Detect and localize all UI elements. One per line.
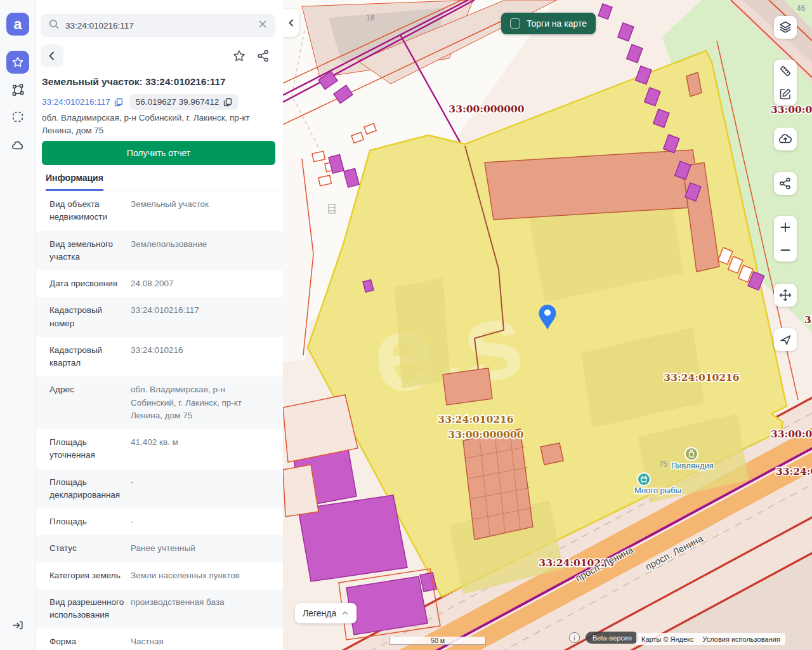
page-title: Земельный участок: 33:24:010216:117 [42,76,278,88]
poi-fish-label: Много рыбы [634,486,681,495]
search-icon [48,18,60,32]
cadastral-number-link[interactable]: 33:24:010216:117 [42,97,123,107]
poi-fish-icon[interactable] [638,473,650,486]
measure-draw-group [774,60,797,105]
zoom-out-button[interactable] [774,239,797,262]
house-number: 46 [797,4,806,13]
exit-icon [11,619,24,632]
table-row: Кадастровый квартал33:24:010216 [36,337,283,377]
cloud-upload-icon [778,131,793,147]
share-map-button[interactable] [774,172,797,195]
favorites-button[interactable] [6,51,29,74]
get-report-button[interactable]: Получить отчет [42,141,275,165]
zoom-group [774,216,797,262]
cadastral-quarter-label: 33:24:010216 [664,371,739,383]
scale-label: 50 м [431,637,445,644]
cadastral-number-text: 33:24:010216:117 [42,97,110,107]
table-row: Вид объекта недвижимостиЗемельный участо… [36,191,283,231]
share-icon [778,176,792,190]
ruler-icon [778,64,792,78]
exit-button[interactable] [6,614,29,637]
identifier-chips: 33:24:010216:117 56.019627 39.967412 [42,94,239,110]
table-row: Адресобл. Владимирская, р-н Собинский, г… [36,376,283,429]
dashed-frame-icon [11,110,24,123]
legend-label: Легенда [303,608,336,618]
tabs-bar: Информация [36,173,283,190]
navigate-icon [778,333,792,347]
trades-on-map-toggle[interactable]: Торги на карте [501,13,596,34]
icon-rail: a [0,0,36,650]
table-row: Площадь уточненная41,402 кв. м [36,429,283,469]
table-row: Вид земельного участкаЗемлепользование [36,231,283,271]
tab-information[interactable]: Информация [46,173,103,191]
clear-search-icon[interactable] [258,19,268,32]
back-button[interactable] [41,44,63,67]
legend-button[interactable]: Легенда [295,603,357,623]
scale-bar: 50 м [390,637,486,645]
layers-button[interactable] [774,16,797,39]
terms-link[interactable]: Условия использования [703,635,780,643]
table-row: Форма собственностиЧастная [36,628,283,650]
info-table: Вид объекта недвижимостиЗемельный участо… [36,191,283,650]
cadastral-zone-label: 33:00:000000 [449,103,525,115]
cadastral-quarter-label: 33:24:010216 [438,413,513,425]
polygon-select-button[interactable] [6,79,29,102]
table-row: Площадь декларированная- [36,469,283,509]
share-icon[interactable] [256,49,270,63]
table-row: Дата присвоения24.08.2007 [36,270,283,297]
table-row: СтатусРанее учтенный [36,535,283,562]
copy-icon [114,98,123,107]
copy-icon [223,98,232,107]
collapse-panel-button[interactable] [283,9,299,37]
table-row: Вид разрешенного использованияпроизводст… [36,589,283,629]
chevron-up-icon [341,609,349,617]
copyright-text: Карты © Яндекс [641,635,694,643]
table-row: Категория земельЗемли населенных пунктов [36,562,283,589]
checkbox-icon[interactable] [510,18,520,29]
polygon-select-icon [11,83,25,97]
header-actions [41,44,275,67]
table-row: Кадастровый номер33:24:010216:117 [36,297,283,337]
map-attribution: Карты © Яндекс Условия использования [636,633,785,645]
layers-icon [778,20,793,35]
details-panel: Земельный участок: 33:24:010216:117 33:2… [36,0,283,650]
map-canvas: e.s [283,0,812,650]
edge-label: 33:24:0 [776,465,812,477]
beta-badge: Beta-версия [586,632,639,644]
draw-button[interactable] [774,83,797,105]
pan-button[interactable] [774,284,797,307]
search-input[interactable] [65,21,252,30]
info-icon[interactable]: i [569,632,580,643]
app-window: a [0,0,812,650]
frame-select-button[interactable] [6,105,29,128]
favorite-star-icon[interactable] [232,49,246,63]
edit-icon [778,87,792,101]
coordinates-chip[interactable]: 56.019627 39.967412 [129,94,239,110]
edge-label: 33: [804,314,812,326]
move-icon [778,288,792,302]
plus-icon [779,221,792,234]
cloud-button[interactable] [6,135,29,157]
edge-label: 33:00:0 [771,428,812,440]
cadastral-zone-label: 33:00:000000 [448,428,524,441]
zoom-in-button[interactable] [774,216,797,239]
house-number: 18 [366,13,375,22]
trades-toggle-label: Торги на карте [527,18,587,29]
table-row: Площадь- [36,508,283,535]
upload-button[interactable] [774,128,797,150]
poi-beer-icon[interactable] [685,448,698,460]
map-controls [774,16,797,351]
locate-button[interactable] [774,328,797,351]
ruler-button[interactable] [774,60,797,83]
search-bar[interactable] [41,14,275,37]
poi-beer-number: 75 [659,460,668,468]
star-icon [11,56,24,69]
coordinates-text: 56.019627 39.967412 [136,97,219,107]
cloud-icon [11,139,25,153]
map-area[interactable]: e.s [283,0,812,650]
app-logo[interactable]: a [6,13,29,36]
minus-icon [779,244,792,256]
address-text: обл. Владимирская, р-н Собинский, г. Лак… [42,112,275,136]
poi-beer-label: Пивляндия [671,461,714,470]
